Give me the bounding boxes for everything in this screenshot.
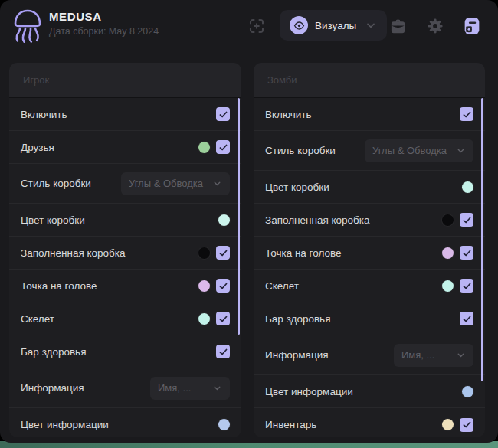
- app-title: MEDUSA: [49, 10, 159, 23]
- panel-player: Игрок ВключитьДрузьяСтиль коробкиУглы & …: [9, 63, 241, 437]
- settings-row: Заполненная коробка: [254, 204, 485, 237]
- settings-row: Скелет: [9, 302, 241, 335]
- briefcase-icon[interactable]: [388, 16, 408, 36]
- chevron-down-icon: [456, 350, 466, 360]
- row-controls: [198, 279, 230, 293]
- checkbox[interactable]: [216, 140, 230, 154]
- checkbox[interactable]: [216, 246, 230, 260]
- settings-row: Бар здоровья: [254, 302, 485, 335]
- row-label: Друзья: [21, 142, 54, 153]
- check-icon: [218, 314, 228, 324]
- row-label: Информация: [265, 349, 329, 361]
- check-icon: [218, 281, 228, 291]
- row-controls: Углы & Обводка: [365, 139, 473, 162]
- check-icon: [462, 314, 472, 324]
- settings-row: Цвет коробки: [9, 204, 241, 237]
- check-icon: [462, 281, 472, 291]
- check-icon: [218, 347, 228, 357]
- color-swatch[interactable]: [442, 247, 454, 259]
- settings-row: Друзья: [9, 131, 241, 164]
- category-label: Визуалы: [315, 20, 356, 31]
- title-block: MEDUSA Дата сборки: May 8 2024: [49, 10, 159, 37]
- dropdown-value: Имя, ...: [158, 382, 191, 394]
- chevron-down-icon: [456, 146, 466, 155]
- color-swatch[interactable]: [442, 214, 454, 226]
- scrollbar[interactable]: [238, 98, 240, 335]
- row-controls: [442, 246, 473, 260]
- build-date: Дата сборки: May 8 2024: [49, 26, 159, 37]
- dropdown-value: Имя, ...: [401, 349, 434, 361]
- checkbox[interactable]: [216, 279, 230, 293]
- checkbox[interactable]: [216, 345, 230, 358]
- row-controls: Имя, ...: [150, 377, 230, 400]
- settings-row: Бар здоровья: [9, 335, 241, 368]
- row-label: Стиль коробки: [21, 178, 91, 189]
- config-list-icon[interactable]: [460, 15, 483, 38]
- chevron-down-icon: [212, 383, 222, 393]
- color-swatch[interactable]: [442, 419, 454, 430]
- settings-row: Инвентарь: [254, 408, 485, 437]
- checkbox[interactable]: [460, 246, 473, 260]
- row-label: Скелет: [21, 313, 54, 325]
- category-dropdown[interactable]: Визуалы: [280, 10, 387, 41]
- row-label: Заполненная коробка: [265, 214, 370, 226]
- row-controls: [198, 140, 230, 154]
- gear-icon[interactable]: [425, 16, 445, 36]
- settings-row: Точка на голове: [9, 270, 241, 302]
- checkbox[interactable]: [460, 418, 473, 432]
- color-swatch[interactable]: [198, 247, 210, 259]
- settings-row: Включить: [9, 98, 241, 131]
- checkbox[interactable]: [216, 312, 230, 325]
- row-label: Информация: [21, 382, 84, 394]
- check-icon: [218, 110, 228, 119]
- panel-zombie: Зомби ВключитьСтиль коробкиУглы & Обводк…: [254, 63, 485, 437]
- panel-title: Зомби: [267, 74, 297, 86]
- row-label: Бар здоровья: [21, 346, 86, 358]
- row-label: Стиль коробки: [265, 145, 336, 156]
- row-controls: Имя, ...: [394, 344, 473, 367]
- settings-row: ИнформацияИмя, ...: [254, 335, 485, 375]
- settings-row: Включить: [254, 98, 485, 131]
- checkbox[interactable]: [460, 279, 473, 293]
- color-swatch[interactable]: [442, 280, 454, 292]
- panel-title: Игрок: [23, 74, 49, 86]
- row-label: Цвет информации: [265, 386, 353, 397]
- row-label: Инвентарь: [265, 419, 316, 430]
- checkbox[interactable]: [460, 312, 473, 325]
- panel-body: ВключитьДрузьяСтиль коробкиУглы & Обводк…: [9, 98, 241, 437]
- check-icon: [462, 420, 472, 430]
- color-swatch[interactable]: [462, 386, 473, 397]
- dropdown[interactable]: Углы & Обводка: [121, 172, 230, 195]
- settings-row: Скелет: [254, 270, 485, 302]
- chevron-down-icon: [365, 19, 377, 31]
- row-label: Скелет: [265, 280, 299, 292]
- settings-row: Цвет коробки: [254, 171, 485, 204]
- settings-row: Цвет информации: [9, 408, 241, 437]
- scrollbar[interactable]: [481, 98, 483, 381]
- check-icon: [218, 248, 228, 258]
- settings-row: Цвет информации: [254, 375, 485, 408]
- panel-body: ВключитьСтиль коробкиУглы & ОбводкаЦвет …: [254, 98, 485, 437]
- dropdown[interactable]: Имя, ...: [150, 377, 230, 400]
- row-label: Цвет информации: [21, 419, 109, 430]
- color-swatch[interactable]: [198, 313, 210, 325]
- dropdown-value: Углы & Обводка: [129, 178, 203, 189]
- settings-row: Заполненная коробка: [9, 237, 241, 270]
- color-swatch[interactable]: [198, 280, 210, 292]
- crosshair-icon[interactable]: [247, 16, 267, 36]
- color-swatch[interactable]: [198, 142, 210, 153]
- color-swatch[interactable]: [462, 181, 473, 193]
- row-controls: [216, 107, 230, 121]
- settings-row: Точка на голове: [254, 237, 485, 270]
- checkbox[interactable]: [460, 107, 473, 121]
- color-swatch[interactable]: [218, 214, 230, 226]
- checkbox[interactable]: [460, 213, 473, 227]
- row-label: Цвет коробки: [21, 214, 85, 226]
- dropdown[interactable]: Имя, ...: [394, 344, 473, 367]
- row-controls: [218, 419, 230, 430]
- check-icon: [218, 142, 228, 152]
- checkbox[interactable]: [216, 107, 230, 121]
- dropdown[interactable]: Углы & Обводка: [365, 139, 473, 162]
- color-swatch[interactable]: [218, 419, 230, 430]
- row-label: Бар здоровья: [265, 313, 330, 325]
